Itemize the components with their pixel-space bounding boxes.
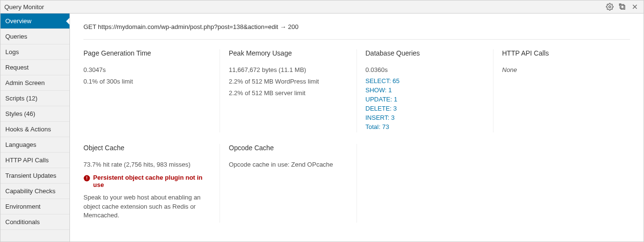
divider (83, 39, 630, 40)
page-time-limit: 0.1% of 300s limit (83, 77, 211, 86)
sidebar-item-admin-screen[interactable]: Admin Screen (0, 75, 69, 91)
opcode-value: Opcode cache in use: Zend OPcache (229, 160, 347, 169)
spacer (357, 144, 630, 223)
sidebar-item-transients[interactable]: Transient Updates (0, 168, 69, 184)
svg-rect-1 (620, 4, 624, 8)
http-api-calls: HTTP API Calls None (493, 49, 630, 132)
memory-wp-limit: 2.2% of 512 MB WordPress limit (229, 77, 347, 86)
db-show-link[interactable]: SHOW: 1 (366, 86, 392, 94)
panel-title: Query Monitor (4, 3, 44, 11)
sidebar-item-http-api[interactable]: HTTP API Calls (0, 153, 69, 168)
overview-top-row: Page Generation Time 0.3047s 0.1% of 300… (83, 49, 630, 132)
section-heading: Database Queries (366, 49, 484, 57)
overview-bottom-row: Object Cache 73.7% hit rate (2,756 hits,… (83, 144, 630, 223)
section-heading: HTTP API Calls (502, 49, 621, 57)
sidebar-item-label: Hooks & Actions (5, 126, 51, 133)
page-generation-time: Page Generation Time 0.3047s 0.1% of 300… (83, 49, 220, 132)
sidebar-item-label: Transient Updates (5, 172, 56, 179)
warning-icon (83, 175, 90, 182)
sidebar-item-label: Admin Screen (5, 79, 45, 86)
sidebar-item-label: HTTP API Calls (5, 157, 49, 164)
sidebar-item-label: Request (5, 64, 28, 71)
peak-memory-usage: Peak Memory Usage 11,667,672 bytes (11.1… (220, 49, 356, 132)
sidebar-item-capability[interactable]: Capability Checks (0, 184, 69, 199)
db-update-link[interactable]: UPDATE: 1 (366, 96, 397, 103)
sidebar-item-languages[interactable]: Languages (0, 137, 69, 153)
content-area: GET https://mydomain.com/wp-admin/post.p… (70, 14, 644, 242)
sidebar-item-styles[interactable]: Styles (46) (0, 106, 69, 122)
sidebar-item-label: Capability Checks (5, 187, 55, 195)
svg-rect-2 (621, 5, 625, 9)
sidebar-item-label: Environment (5, 203, 41, 210)
opcode-cache: Opcode Cache Opcode cache in use: Zend O… (220, 144, 356, 223)
memory-value: 11,667,672 bytes (11.1 MB) (229, 66, 347, 74)
section-heading: Peak Memory Usage (229, 49, 347, 57)
sidebar-item-overview[interactable]: Overview (0, 14, 69, 29)
sidebar-item-label: Queries (5, 33, 27, 40)
section-heading: Page Generation Time (83, 49, 211, 57)
close-icon[interactable] (630, 2, 640, 12)
object-cache-help: Speak to your web host about enabling an… (83, 193, 211, 220)
sidebar-item-logs[interactable]: Logs (0, 44, 69, 60)
sidebar: Overview Queries Logs Request Admin Scre… (0, 14, 70, 242)
object-cache: Object Cache 73.7% hit rate (2,756 hits,… (83, 144, 220, 223)
sidebar-item-environment[interactable]: Environment (0, 199, 69, 214)
sidebar-item-label: Scripts (12) (5, 95, 37, 102)
sidebar-item-label: Languages (5, 141, 36, 148)
panel-body: Overview Queries Logs Request Admin Scre… (0, 14, 644, 242)
sidebar-item-label: Logs (5, 48, 19, 56)
gear-icon[interactable] (605, 2, 615, 12)
db-delete-link[interactable]: DELETE: 3 (366, 105, 397, 112)
warning-text: Persistent object cache plugin not in us… (93, 174, 211, 188)
sidebar-item-request[interactable]: Request (0, 60, 69, 75)
sidebar-item-hooks[interactable]: Hooks & Actions (0, 122, 69, 137)
request-line: GET https://mydomain.com/wp-admin/post.p… (83, 23, 630, 30)
svg-point-0 (609, 6, 611, 8)
db-total-link[interactable]: Total: 73 (366, 123, 389, 130)
svg-rect-7 (86, 180, 87, 180)
sidebar-item-label: Styles (46) (5, 110, 35, 117)
popout-icon[interactable] (617, 2, 627, 12)
query-monitor-panel: Query Monitor Overview Queries Logs Requ… (0, 0, 644, 242)
titlebar-actions (605, 2, 640, 12)
page-time-value: 0.3047s (83, 66, 211, 74)
http-api-value: None (502, 66, 621, 74)
database-queries: Database Queries 0.0360s SELECT: 65 SHOW… (357, 49, 493, 132)
svg-rect-6 (86, 176, 87, 179)
sidebar-item-scripts[interactable]: Scripts (12) (0, 91, 69, 106)
section-heading: Opcode Cache (229, 144, 347, 152)
sidebar-item-label: Overview (5, 17, 31, 25)
memory-server-limit: 2.2% of 512 MB server limit (229, 89, 347, 98)
sidebar-item-queries[interactable]: Queries (0, 29, 69, 44)
section-heading: Object Cache (83, 144, 211, 152)
object-cache-warning: Persistent object cache plugin not in us… (83, 174, 211, 188)
titlebar: Query Monitor (0, 0, 644, 14)
db-time: 0.0360s (366, 66, 484, 74)
sidebar-item-conditionals[interactable]: Conditionals (0, 214, 69, 230)
db-insert-link[interactable]: INSERT: 3 (366, 114, 395, 121)
sidebar-item-label: Conditionals (5, 218, 40, 226)
object-cache-stats: 73.7% hit rate (2,756 hits, 983 misses) (83, 160, 211, 169)
db-select-link[interactable]: SELECT: 65 (366, 77, 400, 85)
